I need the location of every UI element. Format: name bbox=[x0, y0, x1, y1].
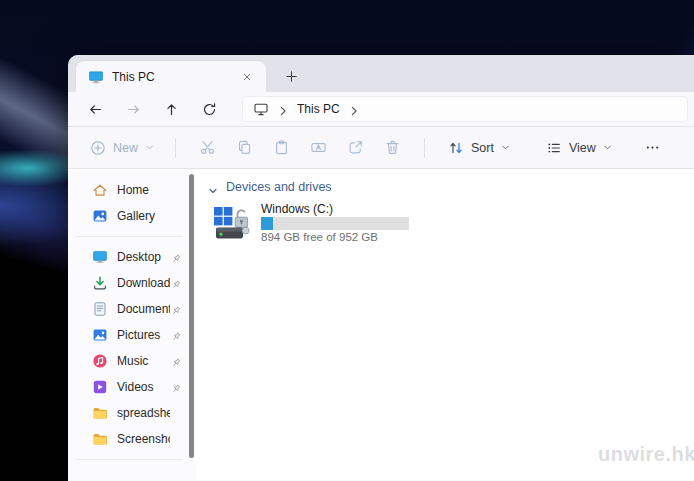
videos-icon bbox=[92, 379, 108, 395]
view-button-label: View bbox=[569, 141, 596, 155]
refresh-button[interactable] bbox=[190, 94, 228, 124]
pictures-icon bbox=[92, 327, 108, 343]
content-area: Home Gallery Desktop Downloads Documents… bbox=[68, 169, 694, 480]
group-header-label: Devices and drives bbox=[226, 180, 332, 194]
pin-icon bbox=[170, 210, 182, 222]
sidebar-item-spreadsheet[interactable]: spreadsheet bbox=[68, 400, 187, 426]
home-icon bbox=[92, 182, 108, 198]
pin-icon bbox=[170, 381, 182, 393]
rename-button[interactable] bbox=[300, 132, 337, 164]
chevron-down-icon bbox=[208, 182, 218, 192]
navigation-bar: This PC bbox=[68, 92, 694, 126]
cut-button[interactable] bbox=[189, 132, 226, 164]
drive-free-text: 894 GB free of 952 GB bbox=[261, 231, 422, 244]
file-explorer-window: This PC This PC New Sort bbox=[68, 55, 694, 481]
tab-this-pc[interactable]: This PC bbox=[76, 61, 266, 92]
pin-icon bbox=[170, 251, 182, 263]
sidebar-item-documents[interactable]: Documents bbox=[68, 296, 187, 322]
navigation-pane: Home Gallery Desktop Downloads Documents… bbox=[68, 169, 187, 480]
toolbar-separator bbox=[175, 138, 176, 158]
sidebar-divider bbox=[76, 459, 183, 460]
sidebar-divider bbox=[76, 236, 183, 237]
pin-icon bbox=[170, 277, 182, 289]
chevron-down-icon bbox=[501, 143, 510, 152]
pin-icon bbox=[170, 329, 182, 341]
breadcrumb-segment[interactable]: This PC bbox=[297, 102, 340, 116]
up-button[interactable] bbox=[152, 94, 190, 124]
drive-usage-fill bbox=[261, 217, 273, 230]
plus-icon bbox=[285, 70, 298, 83]
chevron-down-icon bbox=[145, 143, 154, 152]
music-icon bbox=[92, 353, 108, 369]
view-button[interactable]: View bbox=[536, 132, 622, 164]
chevron-right-icon bbox=[277, 103, 289, 115]
command-toolbar: New Sort View bbox=[68, 127, 694, 168]
chevron-down-icon bbox=[603, 143, 612, 152]
sidebar-item-pictures[interactable]: Pictures bbox=[68, 322, 187, 348]
pin-icon bbox=[170, 407, 182, 419]
sidebar-item-desktop[interactable]: Desktop bbox=[68, 244, 187, 270]
drive-usage-bar bbox=[261, 217, 409, 230]
windows-drive-locked-icon bbox=[212, 205, 254, 243]
tab-title: This PC bbox=[112, 70, 238, 84]
pin-icon bbox=[170, 303, 182, 315]
back-button[interactable] bbox=[76, 94, 114, 124]
drive-tile-windows-c[interactable]: Windows (C:) 894 GB free of 952 GB bbox=[212, 203, 422, 244]
group-header-devices-and-drives[interactable]: Devices and drives bbox=[208, 180, 694, 194]
scrollbar-thumb[interactable] bbox=[189, 174, 194, 458]
new-tab-button[interactable] bbox=[278, 63, 304, 89]
share-button[interactable] bbox=[337, 132, 374, 164]
folder-icon bbox=[92, 431, 108, 447]
sort-button[interactable]: Sort bbox=[438, 132, 520, 164]
documents-icon bbox=[92, 301, 108, 317]
this-pc-icon bbox=[253, 101, 269, 117]
sidebar-item-home[interactable]: Home bbox=[68, 177, 187, 203]
forward-button[interactable] bbox=[114, 94, 152, 124]
sidebar-item-screenshots[interactable]: Screenshots bbox=[68, 426, 187, 452]
more-options-button[interactable] bbox=[636, 132, 670, 164]
folder-icon bbox=[92, 405, 108, 421]
sidebar-item-downloads[interactable]: Downloads bbox=[68, 270, 187, 296]
downloads-icon bbox=[92, 275, 108, 291]
more-icon bbox=[645, 140, 660, 155]
new-circle-plus-icon bbox=[90, 140, 106, 156]
paste-button[interactable] bbox=[263, 132, 300, 164]
address-bar[interactable]: This PC bbox=[242, 96, 688, 122]
tab-bar: This PC bbox=[68, 55, 694, 92]
sidebar-item-gallery[interactable]: Gallery bbox=[68, 203, 187, 229]
pin-icon bbox=[170, 433, 182, 445]
sidebar-item-videos[interactable]: Videos bbox=[68, 374, 187, 400]
sidebar-scrollbar[interactable] bbox=[187, 169, 196, 480]
gallery-icon bbox=[92, 208, 108, 224]
desktop-icon bbox=[92, 249, 108, 265]
view-icon bbox=[546, 140, 562, 156]
tab-close-icon[interactable] bbox=[238, 68, 256, 86]
files-pane: Devices and drives Windows (C:) 894 GB f… bbox=[196, 169, 694, 480]
sort-icon bbox=[448, 140, 464, 156]
toolbar-separator bbox=[424, 138, 425, 158]
new-button-label: New bbox=[113, 141, 138, 155]
watermark: unwire.hk bbox=[598, 443, 694, 466]
pin-icon bbox=[170, 355, 182, 367]
new-button[interactable]: New bbox=[82, 132, 162, 164]
pin-icon bbox=[170, 184, 182, 196]
sort-button-label: Sort bbox=[471, 141, 494, 155]
drive-name: Windows (C:) bbox=[261, 203, 422, 216]
this-pc-icon bbox=[88, 69, 104, 85]
copy-button[interactable] bbox=[226, 132, 263, 164]
sidebar-item-music[interactable]: Music bbox=[68, 348, 187, 374]
delete-button[interactable] bbox=[374, 132, 411, 164]
chevron-right-icon bbox=[348, 103, 360, 115]
